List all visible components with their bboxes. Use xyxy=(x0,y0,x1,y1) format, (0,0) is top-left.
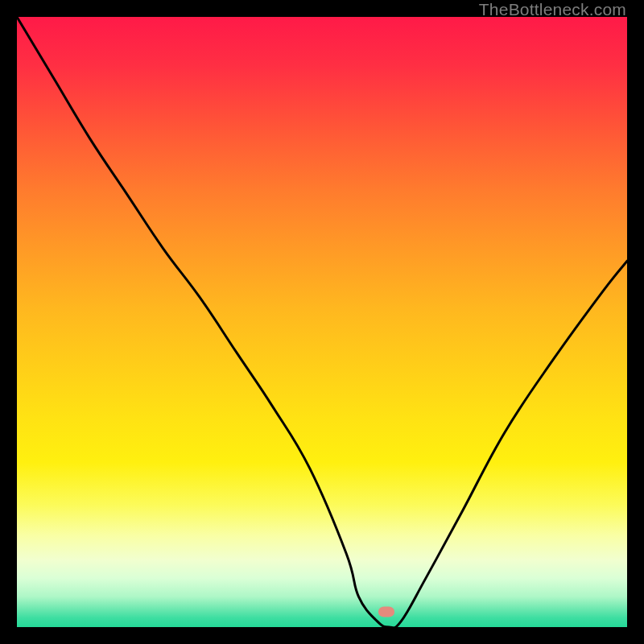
chart-frame: TheBottleneck.com xyxy=(0,0,644,644)
optimal-point-marker xyxy=(378,607,394,617)
bottleneck-curve xyxy=(17,17,627,627)
plot-area xyxy=(17,17,627,627)
